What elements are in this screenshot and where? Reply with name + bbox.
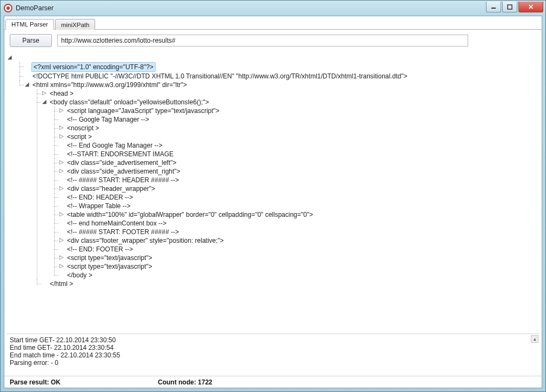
tree-node-html[interactable]: ◢ <html xmlns="http://www.w3.org/1999/xh… bbox=[24, 81, 540, 288]
status-count-node: Count node: 1722 bbox=[152, 378, 218, 386]
log-line: End time GET- 22.10.2014 23:30:54 bbox=[10, 344, 536, 351]
log-pane[interactable]: ▴ Start time GET- 22.10.2014 23:30:50 En… bbox=[6, 334, 540, 376]
tree-children: ▷ <head > ◢ <body class="default" onload… bbox=[41, 89, 540, 288]
tree-node[interactable]: <!--START: ENDORSEMENT IMAGE bbox=[58, 150, 540, 158]
tree-node-xml-decl[interactable]: <?xml version="1.0" encoding="UTF-8"?> bbox=[24, 62, 540, 72]
tree-label: <script type="text/javascript"> bbox=[66, 254, 154, 262]
tree-node[interactable]: ▷<table width="100%" id="globalWrapper" … bbox=[58, 210, 540, 219]
tree-label: <html xmlns="http://www.w3.org/1999/xhtm… bbox=[31, 81, 188, 89]
minimize-button[interactable] bbox=[486, 2, 501, 12]
client-area: HTML Parser miniXPath Parse http://www.o… bbox=[4, 16, 542, 388]
tree-label: <!DOCTYPE html PUBLIC "-//W3C//DTD XHTML… bbox=[31, 72, 408, 81]
tree-label: <!-- Google Tag Manager --> bbox=[66, 115, 150, 124]
tree-node[interactable]: </body > bbox=[58, 271, 540, 280]
tree-node[interactable]: <!-- Wrapper Table --> bbox=[58, 202, 540, 210]
expand-toggle[interactable]: ▷ bbox=[58, 133, 64, 139]
expand-toggle[interactable]: ▷ bbox=[58, 159, 64, 165]
expand-toggle[interactable]: ▷ bbox=[58, 237, 64, 243]
tree-label: <?xml version="1.0" encoding="UTF-8"?> bbox=[31, 62, 156, 72]
tree-node[interactable]: ▷<script type="text/javascript"> bbox=[58, 262, 540, 271]
expand-toggle[interactable]: ▷ bbox=[41, 90, 47, 96]
window-title: DemoParser bbox=[16, 4, 54, 12]
maximize-button[interactable] bbox=[502, 2, 517, 12]
tab-html-parser[interactable]: HTML Parser bbox=[5, 19, 54, 30]
window: DemoParser ✕ HTML Parser miniXPath Parse… bbox=[0, 0, 546, 392]
log-line: End match time - 22.10.2014 23:30:55 bbox=[10, 351, 536, 359]
tree-children: <?xml version="1.0" encoding="UTF-8"?> <… bbox=[24, 62, 540, 288]
tree-node[interactable]: <!-- End Google Tag Manager --> bbox=[58, 141, 540, 150]
tree-label: <script > bbox=[66, 132, 93, 141]
tree-label: <script type="text/javascript"> bbox=[66, 262, 154, 271]
tab-label: HTML Parser bbox=[11, 21, 48, 28]
status-parse-result: Parse result: OK bbox=[4, 378, 66, 386]
url-value: http://www.ozlotteries.com/lotto-results… bbox=[61, 37, 175, 44]
tree-label: <div class="side_advertisement_right"> bbox=[66, 167, 182, 176]
expand-toggle[interactable]: ▷ bbox=[58, 124, 64, 130]
expand-toggle[interactable]: ▷ bbox=[58, 168, 64, 174]
svg-rect-2 bbox=[491, 8, 496, 9]
tree-pane[interactable]: ◢ <?xml version="1.0" encoding="UTF-8"?>… bbox=[4, 50, 542, 334]
expand-toggle[interactable]: ◢ bbox=[24, 81, 30, 87]
tab-strip: HTML Parser miniXPath bbox=[4, 18, 542, 30]
toolbar: Parse http://www.ozlotteries.com/lotto-r… bbox=[4, 30, 542, 50]
tree-label: <!-- Wrapper Table --> bbox=[66, 202, 132, 210]
tree-node-body[interactable]: ◢ <body class="default" onload="yellowis… bbox=[41, 98, 540, 280]
url-input[interactable]: http://www.ozlotteries.com/lotto-results… bbox=[57, 35, 468, 46]
tree-label: <script language="JavaScript" type="text… bbox=[66, 107, 221, 115]
tree-node[interactable]: ▷<script language="JavaScript" type="tex… bbox=[58, 107, 540, 115]
tab-minixpath[interactable]: miniXPath bbox=[55, 19, 95, 30]
expand-toggle[interactable]: ◢ bbox=[41, 98, 47, 104]
tree-node-doctype[interactable]: <!DOCTYPE html PUBLIC "-//W3C//DTD XHTML… bbox=[24, 72, 540, 81]
button-label: Parse bbox=[22, 37, 39, 44]
tree-root-label bbox=[14, 54, 18, 62]
expand-toggle[interactable]: ▷ bbox=[58, 185, 64, 191]
window-buttons: ✕ bbox=[485, 2, 543, 12]
tab-label: miniXPath bbox=[61, 22, 89, 28]
tree-node[interactable]: ▷<div class="footer_wrapper" style="posi… bbox=[58, 236, 540, 245]
expand-toggle[interactable]: ▷ bbox=[58, 263, 64, 269]
tree-label: </html > bbox=[49, 280, 74, 288]
expand-toggle[interactable]: ▷ bbox=[58, 211, 64, 217]
tree-label: <!--START: ENDORSEMENT IMAGE bbox=[66, 150, 175, 158]
tree-label: <!-- ##### START: FOOTER ##### --> bbox=[66, 228, 180, 236]
tree-node[interactable]: ▷<div class="header_wrapper"> bbox=[58, 184, 540, 193]
status-bar: Parse result: OK Count node: 1722 bbox=[4, 376, 542, 388]
expand-toggle[interactable]: ▷ bbox=[58, 107, 64, 113]
tree-label: <!-- END: FOOTER --> bbox=[66, 245, 134, 254]
tree-label: <!-- END: HEADER --> bbox=[66, 193, 134, 202]
expand-toggle[interactable]: ◢ bbox=[6, 54, 12, 60]
tree-node[interactable]: ▷<script > bbox=[58, 132, 540, 141]
close-icon: ✕ bbox=[528, 3, 534, 11]
app-icon bbox=[4, 4, 12, 12]
log-line: Start time GET- 22.10.2014 23:30:50 bbox=[10, 336, 536, 344]
close-button[interactable]: ✕ bbox=[518, 2, 543, 12]
tree-label: <head > bbox=[49, 89, 75, 98]
tree-label: </body > bbox=[66, 271, 94, 280]
svg-point-1 bbox=[6, 6, 10, 10]
svg-rect-3 bbox=[508, 5, 512, 9]
expand-toggle[interactable]: ▷ bbox=[58, 254, 64, 260]
title-bar[interactable]: DemoParser ✕ bbox=[1, 1, 545, 16]
tree-node[interactable]: <!-- ##### START: FOOTER ##### --> bbox=[58, 228, 540, 236]
tree-root[interactable]: ◢ <?xml version="1.0" encoding="UTF-8"?>… bbox=[6, 54, 540, 288]
scroll-up-icon[interactable]: ▴ bbox=[531, 335, 538, 343]
tree-children: ▷<script language="JavaScript" type="tex… bbox=[58, 107, 540, 280]
tree-node-head[interactable]: ▷ <head > bbox=[41, 89, 540, 98]
tree-node[interactable]: ▷<script type="text/javascript"> bbox=[58, 254, 540, 262]
tree-node[interactable]: <!-- Google Tag Manager --> bbox=[58, 115, 540, 124]
tree-node[interactable]: <!-- end homeMainContent box --> bbox=[58, 219, 540, 228]
tree-label: <noscript > bbox=[66, 124, 100, 132]
tree-label: <!-- end homeMainContent box --> bbox=[66, 219, 168, 228]
tree-node[interactable]: ▷<noscript > bbox=[58, 124, 540, 132]
parse-button[interactable]: Parse bbox=[10, 34, 52, 47]
tree-label: <div class="side_advertisement_left"> bbox=[66, 158, 177, 167]
tree-node[interactable]: <!-- END: FOOTER --> bbox=[58, 245, 540, 254]
tree-label: <!-- End Google Tag Manager --> bbox=[66, 141, 164, 150]
tree-label: <!-- ##### START: HEADER ##### --> bbox=[66, 176, 180, 184]
tree-node[interactable]: ▷<div class="side_advertisement_left"> bbox=[58, 158, 540, 167]
log-line: Parsing error: - 0 bbox=[10, 359, 536, 367]
tree-node[interactable]: <!-- ##### START: HEADER ##### --> bbox=[58, 176, 540, 184]
tree-node[interactable]: ▷<div class="side_advertisement_right"> bbox=[58, 167, 540, 176]
tree-node[interactable]: <!-- END: HEADER --> bbox=[58, 193, 540, 202]
tree-node-html-close[interactable]: </html > bbox=[41, 280, 540, 288]
